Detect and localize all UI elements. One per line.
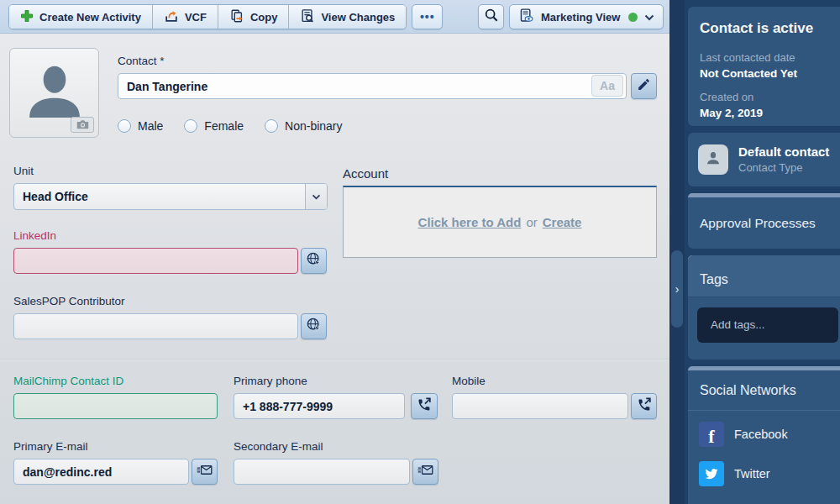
created-on-label: Created on bbox=[700, 91, 753, 103]
person-icon bbox=[704, 149, 722, 171]
view-changes-label: View Changes bbox=[321, 11, 395, 24]
primary-email-input[interactable] bbox=[13, 459, 189, 485]
gender-male-label: Male bbox=[138, 119, 163, 133]
search-icon bbox=[484, 8, 499, 26]
gender-female-label: Female bbox=[204, 119, 244, 133]
linkedin-open-url-button[interactable] bbox=[301, 248, 327, 274]
copy-label: Copy bbox=[250, 11, 278, 24]
contact-status-title: Contact is active bbox=[700, 20, 813, 37]
toolbar-button-group: Create New Activity VCF Copy View Change… bbox=[8, 4, 407, 29]
approval-processes-panel[interactable]: Approval Processes bbox=[688, 193, 840, 249]
twitter-link[interactable]: Twitter bbox=[699, 461, 770, 486]
twitter-label: Twitter bbox=[734, 467, 770, 480]
unit-label: Unit bbox=[13, 165, 34, 177]
chevron-down-icon[interactable] bbox=[305, 184, 327, 209]
linkedin-input[interactable] bbox=[13, 248, 298, 274]
radio-icon bbox=[118, 119, 131, 133]
gender-radio-female[interactable]: Female bbox=[184, 119, 244, 133]
contact-type-panel[interactable]: Default contact Contact Type bbox=[688, 133, 840, 186]
radio-icon bbox=[184, 119, 197, 133]
gender-nonbinary-label: Non-binary bbox=[285, 119, 342, 133]
sidebar-edge-strip: › bbox=[669, 0, 685, 504]
status-dot bbox=[628, 13, 638, 22]
plus-icon bbox=[20, 9, 34, 25]
send-secondary-email-button[interactable] bbox=[412, 459, 438, 485]
account-label: Account bbox=[343, 166, 388, 181]
salespop-contributor-input[interactable] bbox=[13, 313, 298, 339]
sidebar-collapse-handle[interactable]: › bbox=[671, 250, 683, 328]
facebook-link[interactable]: f Facebook bbox=[699, 422, 788, 447]
last-contacted-value: Not Contacted Yet bbox=[700, 67, 797, 80]
chevron-right-icon: › bbox=[675, 282, 680, 296]
unit-value: Head Office bbox=[14, 190, 305, 203]
camera-icon bbox=[76, 118, 89, 133]
account-add-link[interactable]: Click here to Add bbox=[418, 215, 522, 229]
view-preview-icon bbox=[518, 8, 534, 26]
contact-type-subtitle: Contact Type bbox=[738, 161, 802, 174]
create-new-activity-button[interactable]: Create New Activity bbox=[9, 5, 153, 29]
view-changes-button[interactable]: View Changes bbox=[289, 5, 406, 29]
copy-button[interactable]: Copy bbox=[218, 5, 290, 29]
send-primary-email-button[interactable] bbox=[192, 459, 218, 485]
pencil-icon bbox=[637, 77, 651, 95]
search-button[interactable] bbox=[478, 4, 504, 29]
mobile-input[interactable] bbox=[452, 393, 628, 419]
radio-icon bbox=[265, 119, 278, 133]
call-primary-phone-button[interactable] bbox=[411, 393, 438, 419]
social-networks-title: Social Networks bbox=[700, 383, 796, 398]
vcf-button[interactable]: VCF bbox=[153, 5, 218, 29]
globe-cursor-icon bbox=[306, 251, 322, 270]
facebook-icon: f bbox=[699, 422, 724, 447]
account-box: Click here to Add or Create bbox=[343, 186, 657, 258]
ellipsis-icon: ••• bbox=[420, 10, 435, 24]
add-tags-input[interactable]: Add tags... bbox=[697, 307, 838, 343]
secondary-email-input[interactable] bbox=[234, 459, 410, 485]
contact-type-title: Default contact bbox=[738, 144, 829, 159]
section-divider bbox=[0, 359, 669, 360]
view-changes-icon bbox=[300, 8, 315, 26]
social-divider bbox=[688, 410, 840, 411]
mobile-label: Mobile bbox=[452, 375, 486, 387]
toolbar-button-row: Create New Activity VCF Copy View Change… bbox=[8, 4, 443, 29]
approval-processes-title: Approval Processes bbox=[700, 216, 816, 231]
contact-photo-placeholder[interactable] bbox=[9, 48, 99, 138]
more-actions-button[interactable]: ••• bbox=[412, 4, 443, 29]
contact-name-label: Contact * bbox=[118, 55, 165, 67]
toolbar: Create New Activity VCF Copy View Change… bbox=[0, 0, 669, 34]
gender-radio-male[interactable]: Male bbox=[118, 119, 163, 133]
secondary-email-label: Secondary E-mail bbox=[234, 440, 323, 453]
created-on-value: May 2, 2019 bbox=[700, 107, 763, 119]
primary-phone-input[interactable] bbox=[234, 393, 405, 419]
facebook-glyph: f bbox=[708, 428, 714, 446]
chevron-down-icon bbox=[644, 11, 654, 24]
view-selector-label: Marketing View bbox=[541, 11, 620, 24]
edit-name-button[interactable] bbox=[631, 73, 657, 99]
account-create-link[interactable]: Create bbox=[543, 215, 582, 229]
vcf-export-icon bbox=[164, 8, 179, 26]
mailchimp-id-input[interactable] bbox=[13, 393, 218, 419]
call-mobile-button[interactable] bbox=[631, 393, 657, 419]
twitter-icon bbox=[699, 461, 724, 486]
primary-phone-label: Primary phone bbox=[234, 375, 307, 387]
mailchimp-id-label: MailChimp Contact ID bbox=[13, 375, 123, 387]
primary-email-label: Primary E-mail bbox=[13, 440, 88, 453]
formatting-aa-button[interactable]: Aa bbox=[591, 75, 623, 97]
contact-type-avatar bbox=[698, 144, 728, 175]
tags-panel: Tags Add tags... bbox=[688, 255, 840, 360]
gender-radio-group: Male Female Non-binary bbox=[118, 119, 343, 133]
phone-out-icon bbox=[417, 397, 432, 416]
unit-select[interactable]: Head Office bbox=[13, 183, 328, 210]
mail-send-icon bbox=[417, 464, 433, 480]
upload-photo-button[interactable] bbox=[71, 117, 94, 133]
salespop-open-url-button[interactable] bbox=[301, 313, 327, 339]
mail-send-icon bbox=[197, 464, 213, 480]
gender-radio-nonbinary[interactable]: Non-binary bbox=[265, 119, 342, 133]
account-or-text: or bbox=[526, 215, 537, 229]
globe-cursor-icon bbox=[306, 317, 322, 336]
last-contacted-label: Last contacted date bbox=[700, 51, 795, 64]
view-selector-dropdown[interactable]: Marketing View bbox=[509, 4, 664, 29]
contact-detail-page: Create New Activity VCF Copy View Change… bbox=[0, 0, 840, 504]
contact-name-field-wrap: Aa bbox=[118, 73, 627, 99]
linkedin-label: LinkedIn bbox=[13, 229, 56, 242]
contact-name-input[interactable] bbox=[118, 73, 627, 99]
